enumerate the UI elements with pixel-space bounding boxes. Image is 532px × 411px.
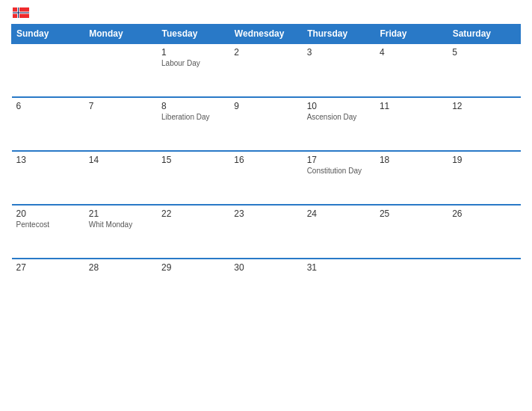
calendar-cell: 6	[12, 97, 84, 151]
calendar-cell: 11	[375, 97, 448, 151]
weekday-header-saturday: Saturday	[448, 25, 520, 44]
logo-flag-icon	[13, 7, 29, 18]
day-number: 12	[452, 101, 516, 111]
calendar-cell: 30	[229, 259, 302, 312]
calendar-cell: 28	[84, 259, 157, 312]
holiday-label: Pentecost	[16, 220, 80, 229]
day-number: 15	[161, 155, 225, 165]
calendar-week-2: 678Liberation Day910Ascension Day1112	[12, 97, 521, 151]
calendar-cell: 19	[448, 151, 520, 205]
day-number: 25	[380, 208, 443, 219]
calendar-cell: 26	[448, 205, 520, 259]
calendar-cell: 8Liberation Day	[157, 97, 229, 151]
day-number: 20	[16, 208, 80, 219]
day-number: 19	[452, 155, 516, 165]
calendar-cell: 20Pentecost	[12, 205, 84, 259]
day-number: 8	[161, 101, 225, 111]
calendar-cell: 25	[375, 205, 448, 259]
weekday-header-sunday: Sunday	[12, 25, 84, 44]
day-number: 21	[89, 208, 152, 219]
holiday-label: Ascension Day	[307, 113, 371, 121]
calendar-cell: 7	[84, 97, 157, 151]
calendar-cell: 9	[229, 97, 302, 151]
calendar-cell: 18	[375, 151, 448, 205]
calendar-cell: 5	[448, 43, 520, 97]
day-number: 16	[234, 155, 297, 165]
day-number: 9	[234, 101, 297, 111]
calendar-week-3: 1314151617Constitution Day1819	[12, 151, 521, 205]
day-number: 26	[452, 208, 516, 219]
calendar-cell: 22	[157, 205, 229, 259]
day-number: 17	[307, 155, 371, 165]
holiday-label: Liberation Day	[161, 113, 225, 121]
day-number: 27	[16, 262, 80, 273]
day-number: 10	[307, 101, 371, 111]
weekday-header-wednesday: Wednesday	[229, 25, 302, 44]
day-number: 22	[161, 208, 225, 219]
day-number: 31	[307, 262, 371, 273]
weekday-header-tuesday: Tuesday	[157, 25, 229, 44]
calendar-cell: 29	[157, 259, 229, 312]
holiday-label: Constitution Day	[307, 167, 371, 175]
holiday-label: Labour Day	[161, 59, 225, 67]
day-number: 29	[161, 262, 225, 273]
weekday-header-row: SundayMondayTuesdayWednesdayThursdayFrid…	[12, 25, 521, 44]
calendar-week-4: 20Pentecost21Whit Monday2223242526	[12, 205, 521, 259]
calendar-cell: 2	[229, 43, 302, 97]
day-number: 6	[16, 101, 80, 111]
day-number: 13	[16, 155, 80, 165]
calendar-cell: 21Whit Monday	[84, 205, 157, 259]
calendar-cell	[12, 43, 84, 97]
weekday-header-thursday: Thursday	[303, 25, 375, 44]
calendar-cell	[448, 259, 520, 312]
calendar-cell: 24	[303, 205, 375, 259]
header	[11, 7, 521, 18]
calendar-cell	[375, 259, 448, 312]
day-number: 5	[452, 47, 516, 58]
weekday-header-friday: Friday	[375, 25, 448, 44]
day-number: 24	[307, 208, 371, 219]
day-number: 30	[234, 262, 297, 273]
calendar-cell: 3	[303, 43, 375, 97]
day-number: 18	[380, 155, 443, 165]
calendar-cell: 13	[12, 151, 84, 205]
calendar-cell: 10Ascension Day	[303, 97, 375, 151]
logo	[11, 7, 29, 18]
calendar-week-5: 2728293031	[12, 259, 521, 312]
calendar-table: SundayMondayTuesdayWednesdayThursdayFrid…	[11, 24, 521, 312]
calendar-week-1: 1Labour Day2345	[12, 43, 521, 97]
calendar-cell: 15	[157, 151, 229, 205]
day-number: 2	[234, 47, 297, 58]
calendar-cell: 16	[229, 151, 302, 205]
calendar-cell: 1Labour Day	[157, 43, 229, 97]
day-number: 23	[234, 208, 297, 219]
calendar-cell: 12	[448, 97, 520, 151]
calendar-cell: 4	[375, 43, 448, 97]
day-number: 3	[307, 47, 371, 58]
calendar-cell: 14	[84, 151, 157, 205]
calendar-cell: 27	[12, 259, 84, 312]
weekday-header-monday: Monday	[84, 25, 157, 44]
calendar-cell: 31	[303, 259, 375, 312]
day-number: 11	[380, 101, 443, 111]
calendar-cell: 17Constitution Day	[303, 151, 375, 205]
day-number: 14	[89, 155, 152, 165]
day-number: 1	[161, 47, 225, 58]
day-number: 28	[89, 262, 152, 273]
svg-rect-4	[13, 13, 29, 13]
day-number: 7	[89, 101, 152, 111]
calendar-cell: 23	[229, 205, 302, 259]
holiday-label: Whit Monday	[89, 220, 152, 229]
calendar-cell	[84, 43, 157, 97]
day-number: 4	[380, 47, 443, 58]
calendar-page: SundayMondayTuesdayWednesdayThursdayFrid…	[0, 0, 532, 411]
